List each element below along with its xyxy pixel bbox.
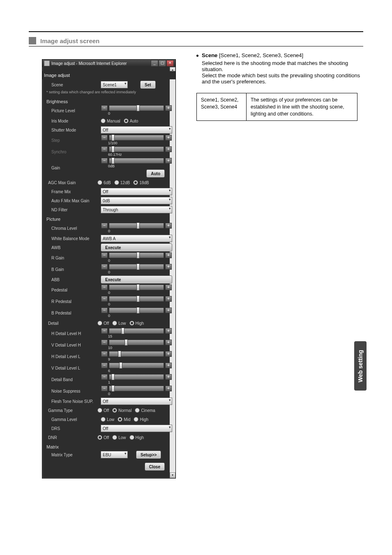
h-detail-level-l-label: H Detail Level L (46, 354, 101, 359)
scene-table: Scene1, Scene2, Scene3, Scene4 The setti… (196, 93, 357, 121)
noise-suppress-label: Noise Suppress (46, 389, 101, 393)
b-pedestal-label: B Pedestal (46, 311, 101, 315)
close-button[interactable]: Close (145, 462, 165, 471)
v-detail-level-l-label: V Detail Level L (46, 366, 101, 370)
iris-mode-label: Iris Mode (46, 119, 101, 123)
abb-execute-button[interactable]: Execute (101, 275, 172, 284)
b-gain-label: B Gain (46, 267, 101, 272)
step-label: Step (46, 138, 101, 143)
picture-group: Picture (45, 214, 173, 222)
matrix-type-label: Matrix Type (46, 453, 101, 457)
detail-radios[interactable]: Off Low High (97, 321, 172, 326)
chroma-level-slider[interactable]: −+ (101, 223, 172, 229)
awb-execute-button[interactable]: Execute (101, 243, 172, 252)
chroma-level-label: Chroma Level (46, 226, 101, 231)
flesh-tone-noise-sup-label: Flesh Tone Noise SUP. (46, 399, 101, 404)
immediate-note: * setting data which changed are reflect… (45, 89, 173, 97)
v-detail-level-h-value: 10 (101, 345, 172, 350)
brightness-group: Brightness (45, 97, 173, 105)
pedestal-label: Pedestal (46, 288, 101, 292)
nd-filter-select[interactable]: Through (101, 206, 172, 213)
v-detail-level-l-value: 6 (101, 368, 172, 373)
r-pedestal-label: R Pedestal (46, 299, 101, 304)
gain-auto-button[interactable]: Auto (146, 169, 165, 178)
minimize-button[interactable]: _ (151, 60, 158, 67)
awb-label: AWB (46, 245, 101, 250)
b-pedestal-value: 0 (101, 313, 172, 318)
white-balance-mode-select[interactable]: AWB A (101, 235, 172, 242)
b-pedestal-slider[interactable]: −+ (101, 308, 172, 313)
scene-table-left: Scene1, Scene2, Scene3, Scene4 (197, 93, 247, 121)
dnr-radios[interactable]: Off Low High (97, 435, 172, 440)
gamma-level-radios[interactable]: Low Mid High (101, 417, 172, 422)
section-marker (29, 37, 36, 44)
gamma-type-label: Gamma Type (46, 408, 97, 413)
shutter-mode-select[interactable]: Off (101, 126, 172, 134)
close-window-button[interactable]: ✕ (166, 60, 174, 67)
chroma-level-value: 0 (101, 229, 172, 234)
step-slider[interactable]: −+ (101, 135, 172, 141)
scene-doc-heading: Scene (202, 52, 217, 58)
window-titlebar: Image adjust - Microsoft Internet Explor… (42, 60, 175, 67)
r-pedestal-value: 0 (101, 302, 172, 307)
image-adjust-window: Image adjust - Microsoft Internet Explor… (42, 59, 176, 479)
r-pedestal-slider[interactable]: −+ (101, 296, 172, 302)
window-title: Image adjust - Microsoft Internet Explor… (51, 61, 127, 66)
h-detail-level-h-slider[interactable]: −+ (101, 328, 172, 334)
matrix-type-select[interactable]: EBU (101, 451, 128, 458)
agc-max-gain-radios[interactable]: 6dB 12dB 18dB (97, 180, 172, 185)
auto-fmix-max-gain-label: Auto F.Mix Max Gain (46, 199, 101, 203)
gain-label: Gain (46, 166, 101, 170)
gain-slider[interactable]: −+ (101, 158, 172, 164)
matrix-group: Matrix (45, 442, 173, 450)
h-detail-level-l-slider[interactable]: −+ (101, 351, 172, 357)
noise-suppress-slider[interactable]: −+ (101, 386, 172, 391)
scene-doc-body: Selected here is the shooting mode that … (202, 60, 361, 85)
r-gain-label: R Gain (46, 256, 101, 260)
scene-select[interactable]: Scene1 (101, 81, 128, 88)
synchro-value: 60.17Hz (101, 152, 172, 157)
pedestal-slider[interactable]: −+ (101, 284, 172, 290)
set-button[interactable]: Set (140, 81, 156, 89)
picture-level-value: 0 (101, 111, 172, 116)
shutter-mode-label: Shutter Mode (46, 128, 101, 132)
description-column: Scene [Scene1, Scene2, Scene3, Scene4] S… (196, 52, 361, 121)
scene-table-right: The settings of your preferences can be … (247, 93, 357, 121)
flesh-tone-noise-sup-select[interactable]: Off (101, 398, 172, 405)
frame-mix-label: Frame Mix (46, 190, 101, 194)
v-detail-level-h-slider[interactable]: −+ (101, 340, 172, 345)
maximize-button[interactable]: ▢ (159, 60, 166, 67)
step-value: 1/100 (101, 141, 172, 146)
r-gain-slider[interactable]: −+ (101, 252, 172, 258)
gain-value: 0dB (101, 164, 172, 169)
h-detail-level-h-label: H Detail Level H (46, 331, 101, 336)
v-detail-level-h-label: V Detail Level H (46, 343, 101, 347)
scene-doc-options: [Scene1, Scene2, Scene3, Scene4] (219, 52, 303, 58)
drs-select[interactable]: Off (101, 425, 172, 432)
agc-max-gain-label: AGC Max Gain (46, 180, 97, 185)
bullet-icon (196, 55, 198, 57)
nd-filter-label: ND Filter (46, 208, 101, 212)
ie-icon (44, 60, 50, 66)
section-title: Image adjust screen (40, 37, 99, 44)
white-balance-mode-label: White Balance Mode (46, 236, 101, 241)
detail-band-slider[interactable]: −+ (101, 374, 172, 380)
noise-suppress-value: 0 (101, 391, 172, 396)
synchro-label: Synchro (46, 150, 101, 154)
iris-mode-radios[interactable]: Manual Auto (101, 118, 172, 123)
matrix-setup-button[interactable]: Setup>> (136, 451, 161, 459)
v-detail-level-l-slider[interactable]: −+ (101, 363, 172, 368)
b-gain-slider[interactable]: −+ (101, 264, 172, 270)
detail-label: Detail (46, 321, 97, 326)
gamma-type-radios[interactable]: Off Normal Cinema (97, 408, 172, 413)
r-gain-value: 0 (101, 258, 172, 263)
pedestal-value: 0 (101, 290, 172, 295)
frame-mix-select[interactable]: Off (101, 188, 172, 195)
auto-fmix-max-gain-select[interactable]: 0dB (101, 197, 172, 204)
picture-level-label: Picture Level (46, 109, 101, 113)
synchro-slider[interactable]: −+ (101, 146, 172, 152)
h-detail-level-l-value: 9 (101, 357, 172, 362)
picture-level-slider[interactable]: −+ (101, 105, 172, 111)
panel-heading: Image adjust (42, 71, 175, 79)
scene-label: Scene (46, 83, 101, 87)
